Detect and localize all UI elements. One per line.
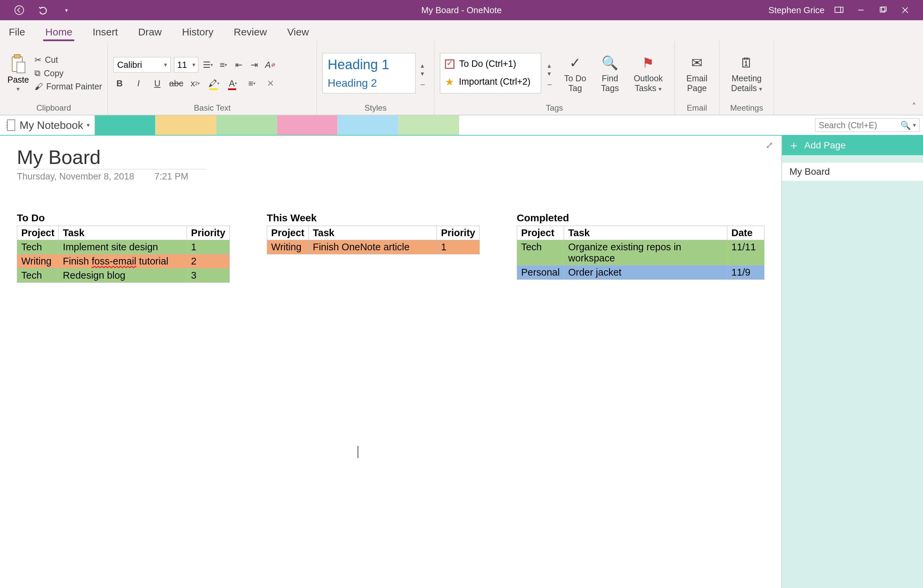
ribbon-group-meetings: 🗓Meeting Details ▾ Meetings <box>719 41 774 115</box>
tags-gallery[interactable]: To Do (Ctrl+1) ★Important (Ctrl+2) <box>440 53 541 94</box>
page-list-item[interactable]: My Board <box>782 163 923 181</box>
board-table[interactable]: ProjectTaskDateTechOrganize existing rep… <box>517 226 764 280</box>
indent-icon[interactable]: ⇥ <box>248 59 260 71</box>
add-page-button[interactable]: ＋ Add Page <box>782 136 923 155</box>
email-page-button[interactable]: ✉Email Page <box>680 53 714 93</box>
undo-icon[interactable] <box>37 4 49 16</box>
table-cell[interactable]: Writing <box>267 240 308 255</box>
table-cell[interactable]: Finish foss-email tutorial <box>59 255 187 269</box>
outlook-tasks-button[interactable]: ⚑Outlook Tasks ▾ <box>627 53 668 93</box>
section-tab[interactable] <box>277 115 338 135</box>
table-cell[interactable]: 2 <box>187 255 230 269</box>
table-cell[interactable]: Writing <box>17 255 59 269</box>
tab-view[interactable]: View <box>285 22 311 41</box>
font-color-button[interactable]: A▾ <box>227 77 239 89</box>
section-tab[interactable] <box>398 115 459 135</box>
notebook-dropdown[interactable]: My Notebook ▾ <box>0 115 95 135</box>
tab-file[interactable]: File <box>7 22 27 41</box>
table-cell[interactable]: Implement site design <box>59 240 187 255</box>
underline-button[interactable]: U <box>151 77 163 89</box>
styles-expand-icon[interactable]: ▴▾⎯ <box>417 61 429 85</box>
table-cell[interactable]: Tech <box>17 240 59 255</box>
copy-button[interactable]: ⧉Copy <box>34 68 102 78</box>
page-canvas[interactable]: ⤢ Thursday, November 8, 2018 7:21 PM To … <box>0 136 781 588</box>
board-table[interactable]: ProjectTaskPriorityTechImplement site de… <box>17 226 230 283</box>
user-name[interactable]: Stephen Grice <box>769 5 824 15</box>
table-cell[interactable]: Redesign blog <box>59 269 187 283</box>
search-input[interactable]: Search (Ctrl+E) 🔍 ▾ <box>815 118 920 132</box>
table-row[interactable]: WritingFinish OneNote article1 <box>267 240 480 255</box>
clear-format-icon[interactable]: A⊘ <box>264 59 276 71</box>
numbering-icon[interactable]: ≡▾ <box>217 59 229 71</box>
meeting-details-button[interactable]: 🗓Meeting Details ▾ <box>725 53 768 93</box>
superscript-button[interactable]: x2▾ <box>189 77 201 89</box>
table-cell[interactable]: Tech <box>517 240 564 266</box>
qat-dropdown-icon[interactable]: ▾ <box>61 4 72 16</box>
collapse-ribbon-icon[interactable]: ˄ <box>905 41 923 115</box>
ribbon-group-tags: To Do (Ctrl+1) ★Important (Ctrl+2) ▴▾⎯ ✓… <box>435 41 675 115</box>
paste-dropdown-icon[interactable]: ▾ <box>16 85 20 93</box>
table-row[interactable]: PersonalOrder jacket11/9 <box>517 266 764 280</box>
table-row[interactable]: WritingFinish foss-email tutorial2 <box>17 255 230 269</box>
outdent-icon[interactable]: ⇤ <box>233 59 245 71</box>
search-scope-dropdown-icon[interactable]: ▾ <box>913 122 916 129</box>
format-painter-button[interactable]: 🖌Format Painter <box>34 82 102 92</box>
table-cell[interactable]: Organize existing repos in workspace <box>564 240 728 266</box>
section-tab[interactable] <box>156 115 216 135</box>
ribbon-display-icon[interactable] <box>834 7 847 13</box>
table-cell[interactable]: 1 <box>437 240 480 255</box>
align-button[interactable]: ≡▾ <box>246 77 258 89</box>
cut-button[interactable]: ✂Cut <box>34 55 102 65</box>
section-tab[interactable] <box>338 115 398 135</box>
delete-button[interactable]: ✕ <box>264 77 277 89</box>
find-tags-button[interactable]: 🔍Find Tags <box>595 53 625 93</box>
section-tabs <box>95 115 812 135</box>
section-tab[interactable] <box>216 115 277 135</box>
table-cell[interactable]: 1 <box>187 240 230 255</box>
table-cell[interactable]: Tech <box>17 269 59 283</box>
ribbon-group-email: ✉Email Page Email <box>675 41 720 115</box>
table-cell[interactable]: Order jacket <box>564 266 728 280</box>
expand-icon[interactable]: ⤢ <box>765 140 773 151</box>
check-icon: ✓ <box>570 53 581 72</box>
tab-review[interactable]: Review <box>232 22 269 41</box>
tags-expand-icon[interactable]: ▴▾⎯ <box>544 61 555 85</box>
table-row[interactable]: TechRedesign blog3 <box>17 269 230 283</box>
paste-icon[interactable] <box>10 54 26 74</box>
table-cell[interactable]: 11/9 <box>728 266 764 280</box>
tab-home[interactable]: Home <box>43 22 74 41</box>
table-cell[interactable]: 11/11 <box>728 240 764 266</box>
minimize-icon[interactable] <box>857 6 869 14</box>
todo-tag-button[interactable]: ✓To Do Tag <box>558 53 592 93</box>
strikethrough-button[interactable]: abc <box>170 77 182 89</box>
table-cell[interactable]: Finish OneNote article <box>309 240 437 255</box>
board-table[interactable]: ProjectTaskPriorityWritingFinish OneNote… <box>267 226 480 255</box>
font-name-select[interactable]: Calibri▾ <box>113 57 171 72</box>
tab-insert[interactable]: Insert <box>90 22 120 41</box>
table-row[interactable]: TechOrganize existing repos in workspace… <box>517 240 764 266</box>
bullets-icon[interactable]: ☰▾ <box>202 59 214 71</box>
font-size-select[interactable]: 11▾ <box>174 57 199 72</box>
paste-button[interactable]: Paste <box>7 75 29 85</box>
page-title[interactable] <box>17 146 206 169</box>
close-icon[interactable] <box>902 7 913 14</box>
table-cell[interactable]: Personal <box>517 266 564 280</box>
maximize-icon[interactable] <box>879 7 891 14</box>
tab-history[interactable]: History <box>180 22 215 41</box>
italic-button[interactable]: I <box>132 77 145 89</box>
scissors-icon: ✂ <box>34 55 41 65</box>
styles-gallery[interactable]: Heading 1 Heading 2 <box>322 53 416 94</box>
tag-todo[interactable]: To Do (Ctrl+1) <box>445 59 536 69</box>
style-heading2[interactable]: Heading 2 <box>328 77 411 89</box>
section-tab[interactable] <box>95 115 156 135</box>
tag-important[interactable]: ★Important (Ctrl+2) <box>445 76 536 88</box>
table-cell[interactable]: 3 <box>187 269 230 283</box>
table-row[interactable]: TechImplement site design1 <box>17 240 230 255</box>
style-heading1[interactable]: Heading 1 <box>328 57 411 72</box>
bold-button[interactable]: B <box>113 77 125 89</box>
back-icon[interactable] <box>13 4 25 16</box>
highlight-button[interactable]: 🖍▾ <box>208 77 220 89</box>
tab-draw[interactable]: Draw <box>136 22 164 41</box>
page-list: My Board <box>782 155 923 588</box>
column-header: Project <box>517 226 564 240</box>
